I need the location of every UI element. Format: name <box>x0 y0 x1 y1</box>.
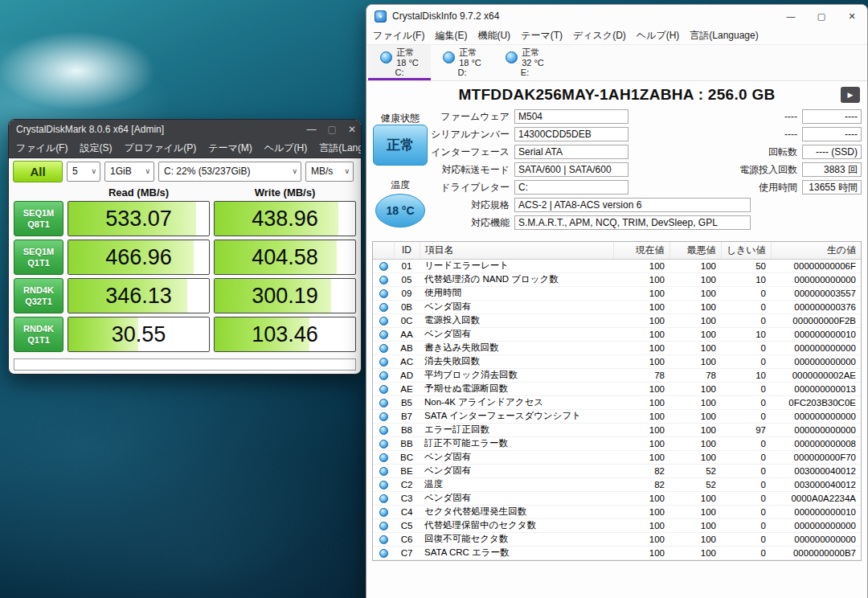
cdm-all-button[interactable]: All <box>13 161 63 182</box>
cdm-menu-item-4[interactable]: ヘルプ(H) <box>264 141 308 155</box>
cdm-read-result-cell: 30.55 <box>68 317 210 352</box>
smart-column-header[interactable]: 最悪値 <box>669 242 721 259</box>
disk-tab-c[interactable]: 正常18 °CC: <box>368 45 431 80</box>
disk-tab-top: 正常18 °C <box>443 47 481 68</box>
smart-row: AB書き込み失敗回数1001000000000000000 <box>373 341 861 354</box>
smart-status-cell <box>373 272 394 286</box>
maximize-icon[interactable]: ▢ <box>328 125 337 134</box>
status-good-icon <box>379 344 388 353</box>
cdi-menu-item-4[interactable]: ディスク(D) <box>573 29 626 43</box>
cdm-menu-item-5[interactable]: 言語(Language) <box>319 141 362 155</box>
cdm-pass-count-select[interactable]: 5 ∨ <box>67 162 100 182</box>
minimize-icon[interactable]: — <box>776 5 806 27</box>
cdm-comment-input[interactable] <box>14 358 356 371</box>
cdm-target-drive-select[interactable]: C: 22% (53/237GiB) ∨ <box>158 162 301 182</box>
cdm-menu-item-3[interactable]: テーマ(M) <box>208 141 252 155</box>
smart-status-cell <box>373 313 394 327</box>
next-disk-button[interactable]: ▶ <box>841 87 860 103</box>
info-value: 14300CDD5DEB <box>514 127 628 141</box>
cdm-read-result-cell: 533.07 <box>68 201 210 236</box>
cdm-menu-item-2[interactable]: プロファイル(P) <box>124 141 196 155</box>
smart-raw-value: 000000000000 <box>771 272 861 286</box>
maximize-icon[interactable]: ▢ <box>806 5 837 27</box>
smart-worst-value: 78 <box>669 368 721 382</box>
smart-threshold-value: 0 <box>721 300 771 313</box>
info-value: C: <box>514 180 628 195</box>
cdm-titlebar[interactable]: CrystalDiskMark 8.0.6 x64 [Admin] — ▢ ✕ <box>9 120 361 139</box>
smart-current-value: 78 <box>613 368 669 382</box>
smart-current-value: 82 <box>613 464 669 477</box>
cdi-menu-item-5[interactable]: ヘルプ(H) <box>637 29 680 43</box>
status-good-icon <box>379 358 388 367</box>
smart-id: C7 <box>394 546 420 559</box>
disk-tab-d[interactable]: 正常18 °CD: <box>431 45 493 80</box>
close-icon[interactable]: ✕ <box>348 125 356 134</box>
smart-row: B5Non-4K アラインドアクセス10010000FC203B30C0E <box>373 395 861 409</box>
write-result-value: 300.19 <box>215 279 355 313</box>
smart-column-header[interactable]: 生の値 <box>771 242 861 259</box>
smart-id: BB <box>394 436 420 450</box>
smart-threshold-value: 0 <box>721 341 771 354</box>
smart-id: 05 <box>394 272 420 286</box>
chevron-down-icon: ∨ <box>292 167 297 175</box>
minimize-icon[interactable]: — <box>307 125 317 134</box>
smart-id: AB <box>394 341 420 354</box>
smart-worst-value: 100 <box>669 286 721 300</box>
close-icon[interactable]: ✕ <box>837 5 867 27</box>
write-column-header: Write (MB/s) <box>214 186 356 199</box>
smart-id: AC <box>394 354 420 368</box>
smart-raw-value: 000000000F2B <box>771 313 861 327</box>
cdi-menu-item-0[interactable]: ファイル(F) <box>373 29 424 43</box>
smart-id: C2 <box>394 477 420 491</box>
cdm-unit-select[interactable]: MB/s ∨ <box>305 162 354 182</box>
smart-row: C5代替処理保留中のセクタ数1001000000000000000 <box>373 518 861 532</box>
smart-current-value: 100 <box>613 505 669 518</box>
smart-column-header[interactable]: 項目名 <box>420 242 613 259</box>
cdi-menu-item-2[interactable]: 機能(U) <box>477 29 510 43</box>
smart-worst-value: 100 <box>669 272 721 286</box>
smart-raw-value: 000000000F70 <box>771 450 861 464</box>
cdi-menu-item-3[interactable]: テーマ(T) <box>521 29 563 43</box>
smart-column-header[interactable]: しきい値 <box>721 242 771 259</box>
status-good-icon <box>379 262 388 271</box>
disk-tab-e[interactable]: 正常32 °CE: <box>493 45 556 80</box>
smart-current-value: 100 <box>613 423 669 436</box>
cdm-test-button-rnd4k-q32t1[interactable]: RND4KQ32T1 <box>14 278 63 313</box>
smart-column-header[interactable]: ID <box>394 242 420 259</box>
info-value: ACS-2 | ATA8-ACS version 6 <box>514 198 751 212</box>
smart-row: AD平均ブロック消去回数7878100000000002AE <box>373 368 861 382</box>
smart-worst-value: 100 <box>669 532 721 546</box>
cdm-test-button-rnd4k-q1t1[interactable]: RND4KQ1T1 <box>14 317 63 352</box>
smart-threshold-value: 0 <box>721 505 771 518</box>
cdi-titlebar[interactable]: CrystalDiskInfo 9.7.2 x64 — ▢ ✕ <box>366 5 867 27</box>
smart-attr-name: ベンダ固有 <box>420 450 613 464</box>
cdm-test-button-seq1m-q1t1[interactable]: SEQ1MQ1T1 <box>14 240 63 275</box>
unit-value: MB/s <box>311 166 333 177</box>
cdi-menu-item-1[interactable]: 編集(E) <box>435 29 467 43</box>
status-good-icon <box>379 303 388 312</box>
disk-status-icon <box>506 51 518 63</box>
smart-current-value: 100 <box>613 395 669 409</box>
smart-threshold-value: 0 <box>721 436 771 450</box>
cdm-menu-item-1[interactable]: 設定(S) <box>80 141 112 155</box>
test-mode-label: RND4K <box>23 323 54 334</box>
status-good-icon <box>379 440 388 448</box>
smart-row: C7SATA CRC エラー数10010000000000000B7 <box>373 546 861 559</box>
chevron-down-icon: ∨ <box>344 167 350 175</box>
smart-column-header[interactable]: 現在値 <box>613 242 669 259</box>
status-good-icon <box>379 522 388 530</box>
cdi-menu-item-6[interactable]: 言語(Language) <box>690 29 758 43</box>
smart-current-value: 100 <box>613 272 669 286</box>
info-label: ドライブレター <box>383 180 510 195</box>
cdm-test-size-select[interactable]: 1GiB ∨ <box>104 162 154 182</box>
smart-threshold-value: 10 <box>721 368 771 382</box>
app-icon <box>375 10 387 23</box>
smart-status-cell <box>373 450 394 464</box>
info-value: ---- <box>802 127 862 141</box>
smart-status-cell <box>373 477 394 491</box>
status-good-icon <box>379 453 388 462</box>
cdm-menu-item-0[interactable]: ファイル(F) <box>16 141 68 155</box>
disk-letter: D: <box>458 68 467 78</box>
smart-attr-name: 書き込み失敗回数 <box>420 341 613 354</box>
cdm-test-button-seq1m-q8t1[interactable]: SEQ1MQ8T1 <box>14 201 63 236</box>
